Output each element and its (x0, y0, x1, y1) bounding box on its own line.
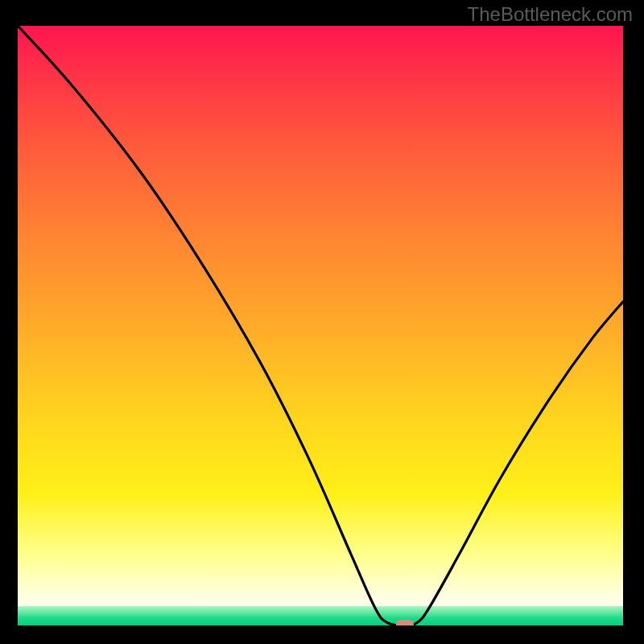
bottleneck-curve (18, 26, 623, 625)
sweet-spot-marker (396, 620, 414, 625)
attribution-watermark: TheBottleneck.com (468, 3, 633, 26)
bottleneck-chart (18, 26, 623, 625)
